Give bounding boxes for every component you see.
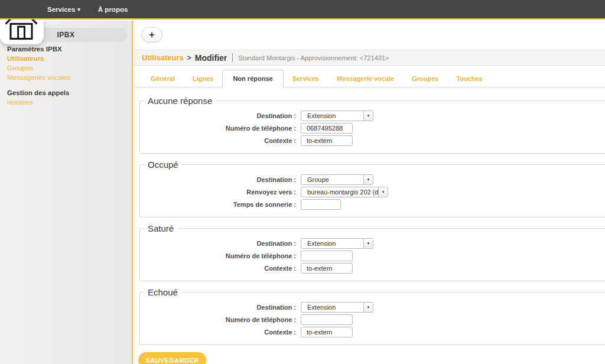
sidebar-nav: Paramètres IPBX Utilisateurs Groupes Mes… [7,46,125,108]
save-button[interactable]: SAUVEGARDER [138,352,206,364]
nav-header-gestion-appels: Gestion des appels [7,89,125,96]
chevron-down-icon: ▼ [363,303,373,312]
forward-to-select[interactable]: bureau-montargis 202 (default) ▼ [301,187,388,197]
tab-lignes[interactable]: Lignes [184,70,222,87]
select-value: Extension [301,239,363,248]
field-row: Destination : Extension ▼ [140,302,605,313]
select-value: bureau-montargis 202 (default) [301,187,378,197]
breadcrumb-detail: Standard Montargis - Approvisionnement: … [238,54,389,61]
field-row: Contexte : [140,135,605,146]
menu-services-label: Services [47,6,75,13]
phone-number-label: Numéro de téléphone : [140,316,301,323]
context-input[interactable] [301,135,353,146]
context-input[interactable] [301,327,353,337]
section-legend: Occupé [144,160,182,170]
select-value: Groupe [301,175,363,184]
context-input[interactable] [301,263,353,274]
sidebar-title: IPBX [57,31,74,39]
phone-number-label: Numéro de téléphone : [140,125,301,132]
tab-non-reponse[interactable]: Non réponse [222,70,283,87]
main-content: + Utilisateurs > Modifier Standard Monta… [134,21,605,364]
field-row: Temps de sonnerie : [140,199,605,210]
menu-about[interactable]: À propos [98,6,128,13]
sidebar-item-groupes[interactable]: Groupes [7,64,125,73]
destination-label: Destination : [140,112,301,119]
plus-icon: + [149,30,154,40]
tab-touches[interactable]: Touches [447,70,491,87]
add-user-button[interactable]: + [141,27,162,43]
tab-groupes[interactable]: Groupes [403,70,447,87]
phone-number-input[interactable] [301,251,353,261]
destination-select[interactable]: Extension ▼ [301,238,373,249]
select-value: Extension [301,303,363,312]
tab-services[interactable]: Services [284,70,328,87]
phone-number-input[interactable] [301,123,353,134]
forward-to-label: Renvoyez vers : [140,188,301,196]
field-row: Numéro de téléphone : [140,251,605,261]
context-label: Contexte : [140,265,301,272]
sidebar-item-messageries-vocales[interactable]: Messageries vocales [7,73,125,83]
field-row: Renvoyez vers : bureau-montargis 202 (de… [140,187,605,197]
destination-select[interactable]: Extension ▼ [301,302,373,313]
field-row: Destination : Extension ▼ [140,238,605,249]
nav-header-parametres: Paramètres IPBX [7,46,125,53]
chevron-down-icon: ▾ [77,6,80,12]
sidebar: IPBX Paramètres IPBX Utilisateurs Groupe… [0,21,133,364]
sidebar-item-utilisateurs[interactable]: Utilisateurs [7,54,125,64]
field-row: Destination : Groupe ▼ [140,174,605,185]
destination-label: Destination : [140,304,301,311]
sidebar-item-horaires[interactable]: Horaires [7,98,125,108]
ring-time-input[interactable] [301,199,341,210]
destination-select[interactable]: Groupe ▼ [301,174,373,185]
breadcrumb-divider [232,53,233,62]
tab-messagerie-vocale[interactable]: Messagerie vocale [328,70,403,87]
destination-select[interactable]: Extension ▼ [301,110,373,121]
destination-label: Destination : [140,240,301,247]
chevron-down-icon: ▼ [363,111,373,121]
chevron-down-icon: ▼ [378,187,388,197]
breadcrumb-action: Modifier [195,53,227,63]
section-echoue: Echoué Destination : Extension ▼ Numéro … [139,287,605,345]
menu-services[interactable]: Services ▾ [47,6,80,13]
section-sature: Saturé Destination : Extension ▼ Numéro … [139,223,605,281]
section-legend: Echoué [144,287,181,297]
phone-number-input[interactable] [301,314,353,325]
section-aucune-reponse: Aucune réponse Destination : Extension ▼… [139,96,605,154]
context-label: Contexte : [140,329,301,336]
breadcrumb-section-link[interactable]: Utilisateurs [142,53,184,62]
field-row: Numéro de téléphone : [140,123,605,134]
breadcrumb: Utilisateurs > Modifier Standard Montarg… [134,50,605,66]
context-label: Contexte : [140,137,301,144]
field-row: Contexte : [140,263,605,274]
tab-bar: Général Lignes Non réponse Services Mess… [134,70,605,87]
select-value: Extension [301,111,363,121]
chevron-down-icon: ▼ [363,175,373,184]
menu-about-label: À propos [98,6,128,13]
phone-number-label: Numéro de téléphone : [140,252,301,259]
top-menubar: Services ▾ À propos [0,0,605,20]
app-window: Services ▾ À propos IPBX Paramètres IPBX… [0,0,605,364]
field-row: Contexte : [140,327,605,337]
breadcrumb-separator: > [187,54,191,62]
field-row: Destination : Extension ▼ [140,110,605,121]
field-row: Numéro de téléphone : [140,314,605,325]
tab-general[interactable]: Général [142,70,184,87]
section-occupe: Occupé Destination : Groupe ▼ Renvoyez v… [139,160,605,217]
section-legend: Saturé [144,223,177,233]
chevron-down-icon: ▼ [363,239,373,248]
section-legend: Aucune réponse [144,96,216,106]
destination-label: Destination : [140,176,301,183]
ring-time-label: Temps de sonnerie : [140,201,301,208]
